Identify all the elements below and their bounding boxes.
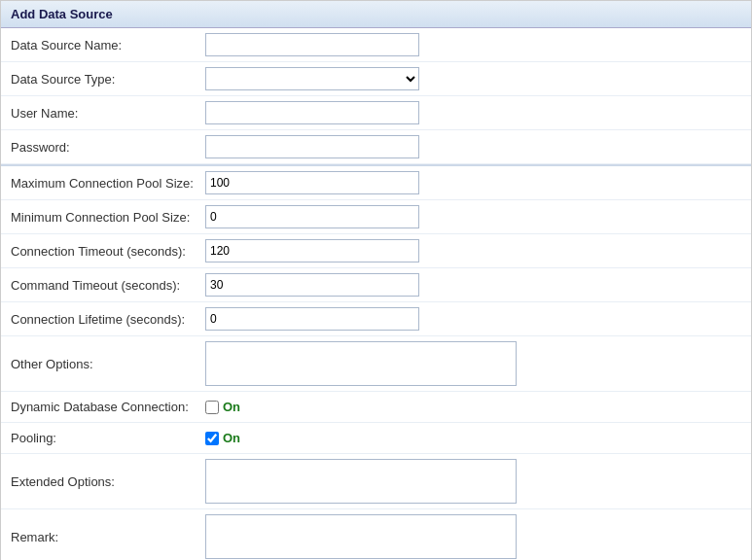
textarea-other-options[interactable] — [205, 341, 517, 386]
row-data-source-type: Data Source Type: — [1, 62, 751, 96]
row-user-name: User Name: — [1, 96, 751, 130]
label-connection-timeout: Connection Timeout (seconds): — [11, 244, 205, 259]
label-min-pool-size: Minimum Connection Pool Size: — [11, 210, 205, 225]
row-other-options: Other Options: — [1, 336, 751, 392]
label-data-source-name: Data Source Name: — [11, 38, 205, 52]
textarea-extended-options[interactable] — [205, 459, 517, 504]
label-connection-lifetime: Connection Lifetime (seconds): — [11, 312, 205, 327]
input-data-source-name[interactable] — [205, 33, 419, 56]
label-max-pool-size: Maximum Connection Pool Size: — [11, 176, 205, 191]
label-user-name: User Name: — [11, 106, 205, 121]
input-connection-lifetime[interactable] — [205, 307, 419, 331]
dynamic-db-on-label: On — [223, 400, 240, 414]
label-other-options: Other Options: — [11, 357, 205, 371]
input-user-name[interactable] — [205, 101, 419, 124]
panel-header: Add Data Source — [1, 1, 751, 28]
main-container: Add Data Source Data Source Name: Data S… — [0, 0, 752, 560]
input-min-pool-size[interactable] — [205, 205, 419, 228]
label-remark: Remark: — [11, 530, 205, 544]
row-extended-options: Extended Options: — [1, 454, 751, 509]
row-password: Password: — [1, 130, 751, 164]
label-extended-options: Extended Options: — [11, 474, 205, 489]
panel-title: Add Data Source — [11, 7, 113, 21]
checkbox-dynamic-db-connection[interactable] — [205, 401, 219, 414]
row-dynamic-db-connection: Dynamic Database Connection: On — [1, 392, 751, 423]
pooling-checkbox-row: On — [205, 431, 240, 445]
label-pooling: Pooling: — [11, 431, 205, 445]
input-password[interactable] — [205, 135, 419, 158]
label-password: Password: — [11, 140, 205, 155]
checkbox-pooling[interactable] — [205, 432, 219, 445]
label-data-source-type: Data Source Type: — [11, 72, 205, 87]
dynamic-db-checkbox-row: On — [205, 400, 240, 414]
row-remark: Remark: — [1, 509, 751, 560]
row-max-pool-size: Maximum Connection Pool Size: — [1, 164, 751, 200]
row-data-source-name: Data Source Name: — [1, 28, 751, 62]
input-connection-timeout[interactable] — [205, 239, 419, 262]
pooling-on-label: On — [223, 431, 240, 445]
select-data-source-type[interactable] — [205, 67, 419, 90]
input-max-pool-size[interactable] — [205, 171, 419, 194]
row-pooling: Pooling: On — [1, 423, 751, 454]
row-min-pool-size: Minimum Connection Pool Size: — [1, 200, 751, 234]
label-dynamic-db-connection: Dynamic Database Connection: — [11, 400, 205, 414]
row-connection-timeout: Connection Timeout (seconds): — [1, 234, 751, 268]
textarea-remark[interactable] — [205, 514, 517, 559]
form-area: Data Source Name: Data Source Type: User… — [1, 28, 751, 560]
row-connection-lifetime: Connection Lifetime (seconds): — [1, 302, 751, 336]
row-command-timeout: Command Timeout (seconds): — [1, 268, 751, 302]
label-command-timeout: Command Timeout (seconds): — [11, 278, 205, 293]
input-command-timeout[interactable] — [205, 273, 419, 297]
